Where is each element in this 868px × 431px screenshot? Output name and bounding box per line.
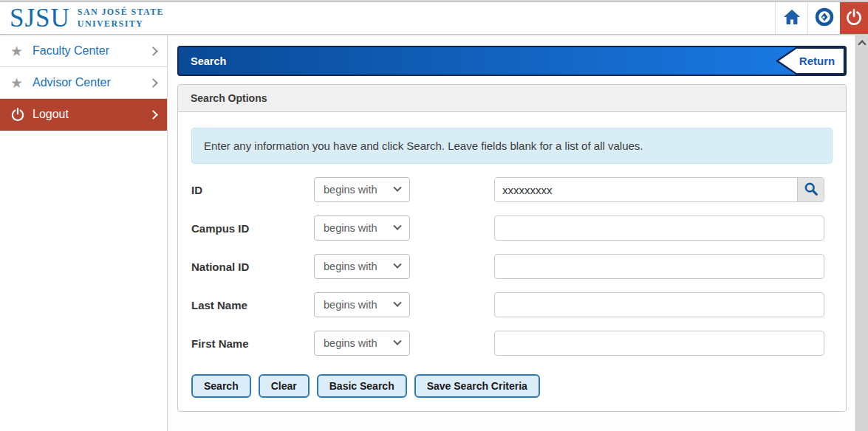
sign-out-icon bbox=[845, 8, 863, 29]
field-row-id: ID begins with bbox=[191, 177, 833, 202]
home-button[interactable] bbox=[775, 2, 807, 34]
operator-select-campus-id[interactable]: begins with bbox=[314, 216, 410, 241]
sjsu-logo-name: SAN JOSÉ STATE UNIVERSITY bbox=[78, 7, 164, 30]
campus-id-input[interactable] bbox=[494, 216, 824, 241]
panel-header: Search Options bbox=[178, 85, 846, 112]
sidebar-item-label: Faculty Center bbox=[30, 44, 150, 58]
sidebar-item-logout[interactable]: Logout bbox=[0, 99, 167, 131]
field-row-national-id: National ID begins with bbox=[191, 254, 833, 279]
id-input[interactable] bbox=[495, 178, 797, 201]
page-title-bar: Search Return bbox=[177, 46, 847, 76]
clear-button[interactable]: Clear bbox=[259, 374, 310, 398]
id-lookup-button[interactable] bbox=[797, 178, 824, 201]
sidebar-item-label: Logout bbox=[30, 108, 150, 121]
operator-value: begins with bbox=[324, 337, 377, 349]
navbar-button[interactable] bbox=[807, 2, 840, 34]
save-search-criteria-button[interactable]: Save Search Criteria bbox=[414, 374, 540, 398]
field-label: National ID bbox=[191, 261, 314, 273]
chevron-down-icon bbox=[393, 222, 401, 230]
id-input-group bbox=[494, 177, 824, 202]
return-button[interactable]: Return bbox=[775, 46, 846, 75]
national-id-input[interactable] bbox=[494, 254, 824, 279]
vertical-scrollbar[interactable] bbox=[855, 35, 868, 431]
field-row-last-name: Last Name begins with bbox=[191, 292, 833, 317]
field-label: ID bbox=[191, 184, 314, 196]
operator-value: begins with bbox=[324, 184, 377, 196]
sidebar: ★ Faculty Center ★ Advisor Center Logout bbox=[0, 35, 168, 431]
main-content: Search Return Search Options Enter any i… bbox=[168, 35, 855, 431]
sjsu-logo-name-line2: UNIVERSITY bbox=[78, 18, 164, 30]
app-header: SJSU SAN JOSÉ STATE UNIVERSITY bbox=[0, 2, 868, 35]
home-icon bbox=[783, 9, 801, 28]
info-message: Enter any information you have and click… bbox=[191, 128, 833, 164]
field-label: Last Name bbox=[191, 299, 314, 311]
field-label: Campus ID bbox=[191, 222, 314, 235]
basic-search-button[interactable]: Basic Search bbox=[317, 374, 407, 398]
search-button[interactable]: Search bbox=[191, 374, 251, 398]
chevron-down-icon bbox=[393, 261, 401, 269]
sidebar-item-label: Advisor Center bbox=[30, 76, 150, 89]
sidebar-item-faculty-center[interactable]: ★ Faculty Center bbox=[0, 35, 167, 67]
field-row-campus-id: Campus ID begins with bbox=[191, 216, 833, 241]
chevron-right-icon bbox=[148, 110, 158, 120]
navbar-compass-icon bbox=[815, 7, 834, 30]
field-label: First Name bbox=[191, 337, 314, 350]
panel-body: Enter any information you have and click… bbox=[178, 112, 846, 411]
operator-value: begins with bbox=[324, 261, 377, 272]
return-button-label: Return bbox=[799, 55, 835, 67]
sjsu-logo: SJSU SAN JOSÉ STATE UNIVERSITY bbox=[0, 5, 164, 31]
header-actions bbox=[775, 2, 868, 34]
chevron-right-icon bbox=[148, 78, 158, 88]
operator-select-last-name[interactable]: begins with bbox=[314, 292, 410, 317]
operator-select-first-name[interactable]: begins with bbox=[314, 331, 410, 356]
star-icon: ★ bbox=[10, 43, 30, 60]
sidebar-item-advisor-center[interactable]: ★ Advisor Center bbox=[0, 67, 167, 99]
actions-row: Search Clear Basic Search Save Search Cr… bbox=[191, 374, 833, 398]
operator-select-national-id[interactable]: begins with bbox=[314, 254, 410, 279]
chevron-down-icon bbox=[393, 337, 401, 345]
search-options-panel: Search Options Enter any information you… bbox=[177, 84, 847, 412]
search-icon bbox=[804, 182, 819, 199]
operator-select-id[interactable]: begins with bbox=[314, 177, 410, 202]
last-name-input[interactable] bbox=[494, 292, 824, 317]
operator-value: begins with bbox=[324, 299, 377, 311]
star-icon: ★ bbox=[10, 75, 30, 92]
chevron-right-icon bbox=[148, 46, 158, 56]
sign-out-button[interactable] bbox=[840, 2, 868, 34]
operator-value: begins with bbox=[324, 222, 377, 234]
chevron-down-icon bbox=[393, 184, 401, 192]
chevron-down-icon bbox=[393, 299, 401, 307]
page-title: Search bbox=[179, 55, 226, 67]
sjsu-logo-name-line1: SAN JOSÉ STATE bbox=[78, 7, 164, 18]
first-name-input[interactable] bbox=[494, 331, 824, 356]
scroll-up-arrow-icon[interactable] bbox=[858, 40, 866, 48]
sjsu-logo-acronym: SJSU bbox=[10, 5, 70, 31]
field-row-first-name: First Name begins with bbox=[191, 331, 833, 356]
power-icon bbox=[10, 107, 30, 122]
